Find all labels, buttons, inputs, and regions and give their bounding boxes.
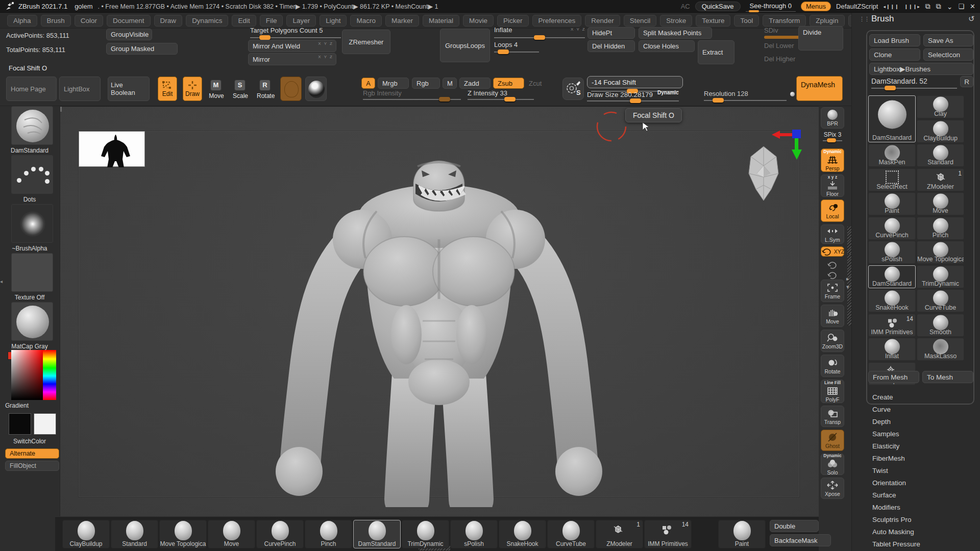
secondary-color-swatch[interactable] — [34, 413, 56, 435]
subpalette-curve[interactable]: Curve — [872, 406, 891, 413]
z-intensity-track[interactable] — [468, 99, 534, 100]
tray-item-standard[interactable]: Standard — [111, 520, 158, 548]
palette-title[interactable]: Brush — [871, 14, 894, 24]
brush-grid-item-trimdynamic[interactable]: TrimDynamic — [917, 265, 964, 288]
mirror-button[interactable]: MirrorX Y Z — [248, 53, 336, 65]
menu-preferences[interactable]: Preferences — [532, 15, 582, 27]
menu-picker[interactable]: Picker — [497, 15, 529, 27]
current-brush-thumbnail[interactable] — [11, 106, 53, 145]
dock-button-solo[interactable]: DynamicSolo — [821, 454, 844, 475]
brush-grid-item-pinch[interactable]: Pinch — [917, 217, 964, 240]
brush-grid-item-masklasso[interactable]: MaskLasso — [917, 338, 964, 361]
golem-model[interactable] — [245, 135, 633, 507]
minimize-icon[interactable]: ⌄ — [947, 3, 953, 11]
tray-item-move[interactable]: Move — [208, 520, 255, 548]
dock-button-bpr[interactable]: BPR — [821, 107, 844, 129]
groups-loops-button[interactable]: GroupsLoops — [440, 29, 490, 62]
switch-color-label[interactable]: SwitchColor — [0, 438, 59, 445]
tray-item-pinch[interactable]: Pinch — [305, 520, 352, 548]
brush-grid-item-snakehook[interactable]: SnakeHook — [868, 289, 916, 312]
scale-gizmo-button[interactable]: S Scale — [232, 80, 249, 101]
target-polygons-handle[interactable] — [259, 35, 271, 40]
menu-texture[interactable]: Texture — [696, 15, 730, 27]
inflate-xyz-toggle[interactable]: X Y Z — [571, 27, 586, 32]
color-hue-strip[interactable] — [43, 350, 56, 400]
menus-button[interactable]: Menus — [801, 2, 831, 11]
close-holes-button[interactable]: Close Holes — [639, 40, 695, 52]
scrub-left-icon[interactable]: ◂❙❙❙ — [883, 4, 899, 9]
lightbox-brushes-button[interactable]: Lightbox▶Brushes — [869, 63, 973, 75]
palette-dock-icon[interactable]: ⋮⋮ — [859, 16, 869, 22]
inflate-handle[interactable] — [534, 35, 545, 40]
scrub-right-icon[interactable]: ❙❙❙▸ — [904, 4, 920, 9]
dock-button-floor[interactable]: x y zFloor — [821, 174, 844, 197]
dock-expand-right-icon[interactable]: ▸ — [846, 276, 849, 282]
tray-item-spolish[interactable]: sPolish — [450, 520, 498, 548]
subpalette-tablet-pressure[interactable]: Tablet Pressure — [872, 540, 920, 548]
menu-brush[interactable]: Brush — [41, 15, 71, 27]
tray-item-damstandard[interactable]: DamStandard — [353, 520, 401, 548]
collapse-left-arrow-icon[interactable]: ◂ — [0, 279, 3, 284]
mirror-and-weld-button[interactable]: Mirror And WeldX Y Z — [248, 40, 336, 52]
clone-button[interactable]: Clone — [869, 48, 920, 61]
menu-edit[interactable]: Edit — [232, 15, 256, 27]
tray-item-zmodeler[interactable]: ZModeler1 — [596, 520, 643, 548]
menu-movie[interactable]: Movie — [463, 15, 494, 27]
subpalette-create[interactable]: Create — [872, 393, 893, 401]
draw-size-handle[interactable] — [630, 98, 641, 103]
brush-grid-item-damstandard[interactable]: DamStandard — [868, 95, 916, 142]
menu-light[interactable]: Light — [320, 15, 347, 27]
dock-expand-left-icon[interactable]: ▾ — [846, 284, 849, 290]
menu-draw[interactable]: Draw — [154, 15, 183, 27]
tray-item-curvepinch[interactable]: CurvePinch — [256, 520, 304, 548]
mirror-xyz-toggle[interactable]: X Y Z — [318, 55, 333, 59]
brush-grid-item-curvepinch[interactable]: CurvePinch — [868, 217, 916, 240]
dock-button-l-sym[interactable]: L.Sym — [821, 224, 844, 244]
menu-transform[interactable]: Transform — [763, 15, 806, 27]
brush-grid-item-paint[interactable]: Paint — [868, 192, 916, 215]
menu-stroke[interactable]: Stroke — [660, 15, 692, 27]
brush-grid-item-move[interactable]: Move — [917, 192, 964, 215]
backface-mask-button[interactable]: BackfaceMask — [770, 534, 831, 546]
group-visible-button[interactable]: GroupVisible — [106, 29, 152, 40]
brush-grid-item-claybuildup[interactable]: ClayBuildup — [917, 120, 964, 143]
zsub-button[interactable]: Zsub — [493, 78, 524, 89]
palette-reset-icon[interactable]: ↺ — [968, 14, 975, 23]
split-masked-points-button[interactable]: Split Masked Points — [639, 27, 712, 39]
draw-size-dynamic-toggle[interactable]: Dynamic — [657, 90, 679, 95]
brush-grid-item-imm-primitives[interactable]: IMM Primitives14 — [868, 314, 916, 337]
subpalette-orientation[interactable]: Orientation — [872, 479, 906, 487]
subpalette-fibermesh[interactable]: FiberMesh — [872, 455, 905, 462]
menu-marker[interactable]: Marker — [385, 15, 419, 27]
subpalette-elasticity[interactable]: Elasticity — [872, 442, 899, 450]
current-material-preview[interactable] — [305, 77, 327, 101]
dock-button-rotate[interactable]: Rotate — [821, 355, 844, 377]
dock-button-polyf[interactable]: Line FillPolyF — [821, 380, 844, 403]
group-masked-button[interactable]: Group Masked — [106, 43, 178, 55]
brush-grid-item-standard[interactable]: Standard — [917, 144, 964, 167]
live-boolean-button[interactable]: Live Boolean — [108, 77, 150, 101]
cascade-icon[interactable]: ⧉ — [925, 2, 931, 11]
brush-grid-item-clay[interactable]: Clay — [917, 95, 964, 118]
extract-button[interactable]: Extract — [698, 40, 734, 64]
subpalette-auto-masking[interactable]: Auto Masking — [872, 528, 914, 536]
resolution-handle[interactable] — [713, 98, 724, 103]
loops-handle[interactable] — [498, 49, 509, 54]
gradient-label[interactable]: Gradient — [5, 402, 59, 409]
material-thumbnail[interactable] — [11, 302, 53, 341]
brush-grid-item-spolish[interactable]: sPolish — [868, 241, 916, 264]
double-button[interactable]: Double — [770, 520, 819, 532]
tray-item-claybuildup[interactable]: ClayBuildup — [62, 520, 110, 548]
brush-grid-item-smooth[interactable]: Smooth — [917, 314, 964, 337]
select-icon-button[interactable]: SelectIcon — [923, 48, 973, 61]
menu-document[interactable]: Document — [107, 15, 151, 27]
dock-button-xpose[interactable]: Xpose — [821, 478, 844, 499]
spix-handle[interactable] — [827, 138, 836, 142]
menu-render[interactable]: Render — [585, 15, 620, 27]
anchor-button[interactable]: A — [361, 78, 375, 89]
subpalette-depth[interactable]: Depth — [872, 418, 891, 425]
menu-tool[interactable]: Tool — [734, 15, 759, 27]
dock-button-frame[interactable]: Frame — [821, 280, 844, 302]
dock-button-move[interactable]: Move — [821, 305, 844, 327]
from-mesh-button[interactable]: From Mesh — [868, 371, 919, 383]
